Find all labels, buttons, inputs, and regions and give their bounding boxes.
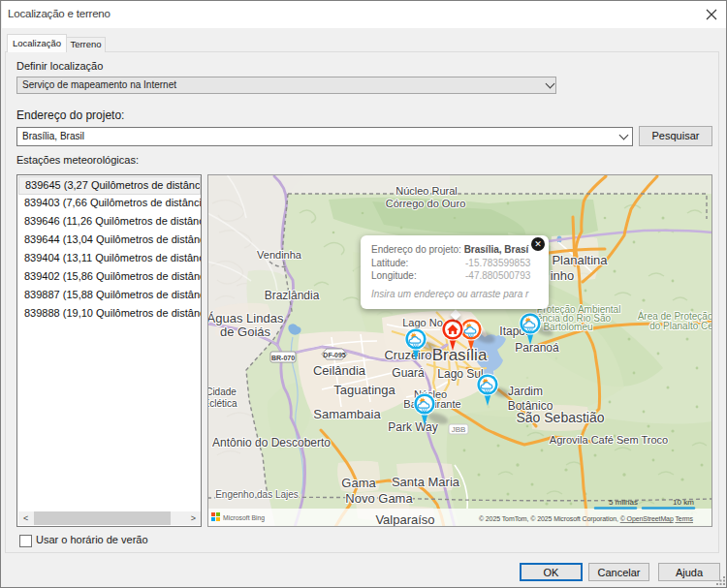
svg-text:Microsoft Bing: Microsoft Bing [223, 514, 265, 522]
svg-text:Paranoá: Paranoá [515, 341, 559, 355]
svg-text:Vendinha: Vendinha [257, 249, 302, 261]
svg-text:BR-070: BR-070 [271, 355, 295, 361]
svg-text:Ceilândia: Ceilândia [313, 363, 366, 378]
svg-text:Santa Maria: Santa Maria [392, 475, 460, 489]
svg-text:Cruzeiro: Cruzeiro [384, 348, 431, 362]
svg-text:Samambaia: Samambaia [313, 407, 381, 421]
svg-text:10 km: 10 km [673, 498, 694, 507]
svg-text:de Goiás: de Goiás [220, 325, 271, 339]
svg-text:JBB: JBB [452, 425, 466, 434]
svg-text:Lago No: Lago No [402, 317, 443, 328]
svg-text:DF-095: DF-095 [323, 352, 345, 358]
svg-text:Novo Gama: Novo Gama [345, 491, 413, 506]
svg-text:Taguatinga: Taguatinga [333, 383, 395, 397]
svg-text:Brazlândia: Brazlândia [265, 289, 320, 302]
svg-text:Lago Sul: Lago Sul [437, 367, 483, 381]
svg-text:Engenho das Lajes: Engenho das Lajes [215, 489, 299, 500]
svg-text:São Sebastião: São Sebastião [516, 410, 604, 425]
svg-text:Valparaíso: Valparaíso [375, 512, 434, 527]
svg-text:inho: inho [551, 268, 575, 283]
svg-text:Brasília: Brasília [432, 346, 488, 364]
svg-text:Núcleo Rural: Núcleo Rural [395, 185, 458, 197]
svg-text:Águas Lindas: Águas Lindas [207, 311, 284, 325]
svg-text:Agrovila Café Sem Troco: Agrovila Café Sem Troco [550, 434, 668, 446]
svg-text:© 2025 TomTom, © 2025 Microsof: © 2025 TomTom, © 2025 Microsoft Corporat… [479, 515, 694, 523]
svg-text:do Planalto Ce: do Planalto Ce [649, 321, 712, 331]
svg-text:5 milhas: 5 milhas [609, 498, 638, 507]
svg-text:Antônio do Descoberto: Antônio do Descoberto [212, 436, 331, 449]
svg-text:Gama: Gama [341, 476, 376, 490]
svg-text:Guará: Guará [392, 366, 425, 380]
svg-text:Eclética: Eclética [207, 398, 237, 409]
svg-text:Cidade: Cidade [207, 387, 237, 397]
svg-text:Park Way: Park Way [388, 420, 438, 434]
svg-text:Planaltina: Planaltina [552, 253, 608, 267]
svg-text:Córrego do Ouro: Córrego do Ouro [386, 198, 466, 209]
svg-text:Jardim: Jardim [508, 385, 543, 398]
